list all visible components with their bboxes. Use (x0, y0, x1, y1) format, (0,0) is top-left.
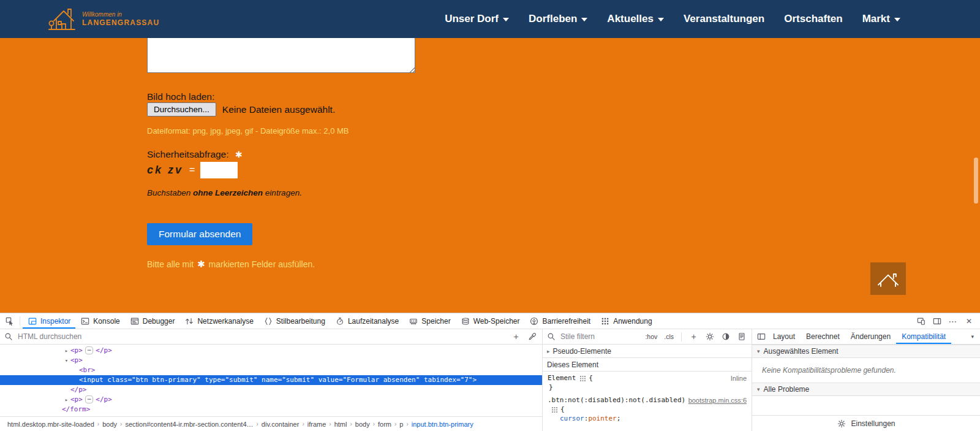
breadcrumb-item[interactable]: p (397, 421, 405, 428)
class-toggle[interactable]: .cls (662, 333, 676, 340)
captcha-note: Buchstaben ohne Leerzeichen eintragen. (147, 188, 302, 197)
twisty-collapsed-icon: ▸ (547, 348, 550, 354)
nav-item-markt[interactable]: Markt (862, 13, 900, 25)
tool-tab-netzwerkanalyse[interactable]: Netzwerkanalyse (179, 313, 258, 329)
css-declaration[interactable]: cursor: pointer; (543, 414, 752, 423)
tool-tab-speicher[interactable]: Speicher (404, 313, 455, 329)
section-selected-element[interactable]: ▾ Ausgewähltes Element (752, 345, 980, 358)
this-element-label: Dieses Element (547, 360, 598, 369)
element-rule-selector: Element (548, 374, 576, 383)
section-all-issues[interactable]: ▾ Alle Probleme (752, 383, 980, 396)
scroll-to-top-button[interactable] (870, 262, 906, 295)
nav-item-dorfleben[interactable]: Dorfleben (529, 13, 587, 25)
print-media-sim-button[interactable] (735, 330, 748, 343)
breadcrumb-item[interactable]: input.btn.btn-primary (409, 421, 476, 428)
breadcrumb-separator: › (373, 421, 375, 427)
pseudo-elements-header[interactable]: ▸ Pseudo-Elemente (543, 345, 752, 358)
submit-button[interactable]: Formular absenden (147, 223, 252, 245)
file-input-row: Durchsuchen... Keine Dateien ausgewählt. (147, 102, 335, 116)
breadcrumb-item[interactable]: iframe (305, 421, 329, 428)
markup-node[interactable]: ▾<p> (0, 356, 542, 365)
eyedropper-icon (527, 332, 537, 341)
sidebar-tabs: LayoutBerechnetÄnderungenKompatibilität … (752, 329, 980, 345)
tool-tab-inspektor[interactable]: Inspektor (23, 313, 75, 329)
light-mode-sim-button[interactable] (703, 330, 716, 343)
this-element-header: Dieses Element (543, 358, 752, 372)
tool-tab-debugger[interactable]: Debugger (125, 313, 180, 329)
required-note-pre: Bitte alle mit (147, 259, 196, 269)
house-logo-icon (48, 6, 76, 32)
markup-node[interactable]: </form> (0, 405, 542, 414)
breadcrumb-item[interactable]: html (332, 421, 350, 428)
tool-tab-label: Debugger (143, 317, 175, 326)
file-browse-button[interactable]: Durchsuchen... (147, 102, 216, 116)
markup-node[interactable]: <br> (0, 365, 542, 375)
devtools-tabs: InspektorKonsoleDebuggerNetzwerkanalyseS… (23, 313, 657, 329)
meatball-button[interactable]: ⋯ (946, 314, 960, 329)
tool-tab-anwendung[interactable]: Anwendung (595, 313, 657, 329)
three-pane-toggle-button[interactable] (755, 330, 767, 343)
dock-side-button[interactable] (930, 314, 944, 329)
compat-settings-button[interactable]: Einstellungen (752, 415, 980, 431)
twisty-collapsed-icon[interactable]: ▸ (62, 395, 70, 405)
add-node-button[interactable]: + (510, 330, 522, 343)
close-button[interactable]: ✕ (962, 314, 976, 329)
pick-element-button[interactable] (2, 314, 17, 329)
markup-tag: </p> (70, 386, 87, 394)
nav-item-unser-dorf[interactable]: Unser Dorf (445, 13, 509, 25)
tab-kompatibilität[interactable]: Kompatibilität (896, 329, 951, 344)
captcha-equals-sign: = (189, 164, 195, 175)
nav-item-ortschaften[interactable]: Ortschaften (784, 13, 842, 25)
tool-tab-barrierefreiheit[interactable]: Barrierefreiheit (524, 313, 595, 329)
html-search-input[interactable] (17, 332, 507, 341)
tool-tab-label: Speicher (421, 317, 450, 326)
breadcrumb-item[interactable]: html.desktop.mbr-site-loaded (5, 421, 97, 428)
twisty-collapsed-icon[interactable]: ▸ (62, 346, 70, 356)
breadcrumb-item[interactable]: div.container (259, 421, 302, 428)
markup-node-selected[interactable]: <input class="btn btn-primary" type="sub… (0, 375, 542, 385)
inline-ellipsis[interactable]: ⋯ (85, 346, 93, 354)
chevron-down-icon (503, 18, 509, 21)
inspector-icon (28, 316, 37, 326)
breadcrumb-item[interactable]: body (100, 421, 119, 428)
style-filter-input[interactable] (559, 332, 640, 341)
add-rule-button[interactable]: + (687, 330, 700, 343)
sidebar-tab-list: LayoutBerechnetÄnderungenKompatibilität (767, 329, 951, 344)
markup-node[interactable]: </p> (0, 385, 542, 395)
page-scrollbar-thumb[interactable] (974, 158, 978, 204)
site-logo[interactable]: Willkommen in LANGENGRASSAU (48, 6, 159, 32)
tool-tab-web-speicher[interactable]: Web-Speicher (456, 313, 525, 329)
pseudo-class-toggle[interactable]: :hov (643, 333, 659, 340)
nav-item-label: Dorfleben (529, 13, 577, 25)
highlighter-dots-icon[interactable] (551, 406, 558, 413)
tab-layout[interactable]: Layout (767, 329, 801, 344)
breadcrumb-item[interactable]: section#content4-ir.mbr-section.content4… (123, 421, 255, 428)
eyedropper-button[interactable] (526, 330, 538, 343)
tab-berechnet[interactable]: Berechnet (801, 329, 845, 344)
tool-tab-stilbearbeitung[interactable]: Stilbearbeitung (258, 313, 330, 329)
dark-mode-sim-button[interactable] (719, 330, 732, 343)
inline-ellipsis[interactable]: ⋯ (85, 395, 93, 403)
tool-tab-laufzeitanalyse[interactable]: Laufzeitanalyse (330, 313, 404, 329)
all-tabs-menu-button[interactable]: ▾ (967, 334, 978, 340)
accessibility-icon (529, 316, 539, 326)
tab-änderungen[interactable]: Änderungen (845, 329, 896, 344)
captcha-input[interactable] (200, 162, 238, 178)
plus-icon: + (511, 332, 521, 341)
tool-tab-konsole[interactable]: Konsole (75, 313, 124, 329)
required-fields-note: Bitte alle mit ✱ markierten Felder ausfü… (147, 259, 315, 270)
nav-item-aktuelles[interactable]: Aktuelles (607, 13, 664, 25)
highlighter-dots-icon[interactable] (579, 375, 586, 382)
message-textarea[interactable] (147, 38, 415, 73)
responsive-button[interactable] (914, 314, 929, 329)
breadcrumb-item[interactable]: form (375, 421, 394, 428)
breadcrumb-item[interactable]: body (353, 421, 372, 428)
nav-item-veranstaltungen[interactable]: Veranstaltungen (684, 13, 764, 25)
markup-node[interactable]: ▸<p>⋯</p> (0, 395, 542, 405)
stylesheet-source-link[interactable]: bootstrap.min.css:6 (688, 396, 747, 405)
markup-node[interactable]: ▸<p>⋯</p> (0, 346, 542, 356)
section-label: Ausgewähltes Element (764, 347, 839, 356)
breadcrumb-separator: › (97, 421, 99, 427)
breadcrumb-separator: › (329, 421, 331, 427)
twisty-expanded-icon[interactable]: ▾ (62, 356, 70, 365)
